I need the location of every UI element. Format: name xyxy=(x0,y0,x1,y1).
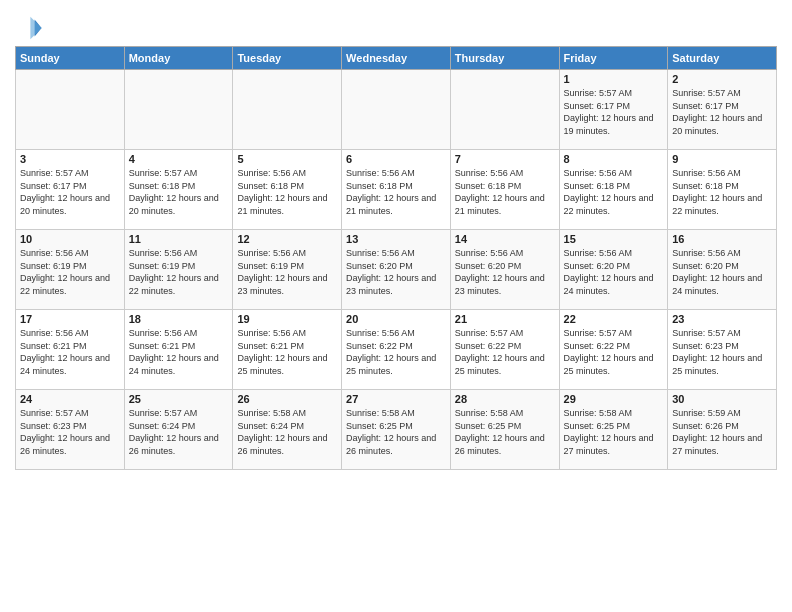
day-number: 5 xyxy=(237,153,337,165)
day-number: 11 xyxy=(129,233,229,245)
day-info: Sunrise: 5:57 AM Sunset: 6:18 PM Dayligh… xyxy=(129,167,229,217)
day-number: 17 xyxy=(20,313,120,325)
calendar-table: SundayMondayTuesdayWednesdayThursdayFrid… xyxy=(15,46,777,470)
day-info: Sunrise: 5:56 AM Sunset: 6:20 PM Dayligh… xyxy=(346,247,446,297)
calendar-week: 10Sunrise: 5:56 AM Sunset: 6:19 PM Dayli… xyxy=(16,230,777,310)
day-number: 10 xyxy=(20,233,120,245)
weekday-header: Thursday xyxy=(450,47,559,70)
calendar-cell: 27Sunrise: 5:58 AM Sunset: 6:25 PM Dayli… xyxy=(342,390,451,470)
calendar-cell: 25Sunrise: 5:57 AM Sunset: 6:24 PM Dayli… xyxy=(124,390,233,470)
calendar-cell: 19Sunrise: 5:56 AM Sunset: 6:21 PM Dayli… xyxy=(233,310,342,390)
calendar-cell: 11Sunrise: 5:56 AM Sunset: 6:19 PM Dayli… xyxy=(124,230,233,310)
day-info: Sunrise: 5:59 AM Sunset: 6:26 PM Dayligh… xyxy=(672,407,772,457)
day-number: 16 xyxy=(672,233,772,245)
calendar-body: 1Sunrise: 5:57 AM Sunset: 6:17 PM Daylig… xyxy=(16,70,777,470)
day-number: 3 xyxy=(20,153,120,165)
calendar-cell: 23Sunrise: 5:57 AM Sunset: 6:23 PM Dayli… xyxy=(668,310,777,390)
day-number: 12 xyxy=(237,233,337,245)
day-number: 25 xyxy=(129,393,229,405)
calendar-cell: 2Sunrise: 5:57 AM Sunset: 6:17 PM Daylig… xyxy=(668,70,777,150)
day-info: Sunrise: 5:57 AM Sunset: 6:22 PM Dayligh… xyxy=(455,327,555,377)
day-number: 6 xyxy=(346,153,446,165)
calendar-cell: 1Sunrise: 5:57 AM Sunset: 6:17 PM Daylig… xyxy=(559,70,668,150)
day-info: Sunrise: 5:57 AM Sunset: 6:24 PM Dayligh… xyxy=(129,407,229,457)
calendar-cell: 28Sunrise: 5:58 AM Sunset: 6:25 PM Dayli… xyxy=(450,390,559,470)
day-info: Sunrise: 5:56 AM Sunset: 6:18 PM Dayligh… xyxy=(672,167,772,217)
day-info: Sunrise: 5:57 AM Sunset: 6:23 PM Dayligh… xyxy=(20,407,120,457)
calendar-week: 24Sunrise: 5:57 AM Sunset: 6:23 PM Dayli… xyxy=(16,390,777,470)
day-info: Sunrise: 5:58 AM Sunset: 6:25 PM Dayligh… xyxy=(346,407,446,457)
svg-marker-1 xyxy=(30,17,41,39)
day-number: 8 xyxy=(564,153,664,165)
day-info: Sunrise: 5:58 AM Sunset: 6:25 PM Dayligh… xyxy=(455,407,555,457)
day-info: Sunrise: 5:57 AM Sunset: 6:23 PM Dayligh… xyxy=(672,327,772,377)
calendar-header: SundayMondayTuesdayWednesdayThursdayFrid… xyxy=(16,47,777,70)
day-number: 14 xyxy=(455,233,555,245)
day-info: Sunrise: 5:56 AM Sunset: 6:21 PM Dayligh… xyxy=(237,327,337,377)
day-number: 21 xyxy=(455,313,555,325)
calendar-cell: 30Sunrise: 5:59 AM Sunset: 6:26 PM Dayli… xyxy=(668,390,777,470)
day-number: 30 xyxy=(672,393,772,405)
calendar-cell: 6Sunrise: 5:56 AM Sunset: 6:18 PM Daylig… xyxy=(342,150,451,230)
calendar-cell: 12Sunrise: 5:56 AM Sunset: 6:19 PM Dayli… xyxy=(233,230,342,310)
day-number: 1 xyxy=(564,73,664,85)
calendar-cell: 15Sunrise: 5:56 AM Sunset: 6:20 PM Dayli… xyxy=(559,230,668,310)
day-number: 19 xyxy=(237,313,337,325)
calendar-cell: 3Sunrise: 5:57 AM Sunset: 6:17 PM Daylig… xyxy=(16,150,125,230)
day-number: 28 xyxy=(455,393,555,405)
weekday-header: Tuesday xyxy=(233,47,342,70)
day-info: Sunrise: 5:56 AM Sunset: 6:22 PM Dayligh… xyxy=(346,327,446,377)
weekday-header: Monday xyxy=(124,47,233,70)
calendar-cell: 29Sunrise: 5:58 AM Sunset: 6:25 PM Dayli… xyxy=(559,390,668,470)
page: SundayMondayTuesdayWednesdayThursdayFrid… xyxy=(0,0,792,480)
calendar-cell: 18Sunrise: 5:56 AM Sunset: 6:21 PM Dayli… xyxy=(124,310,233,390)
day-info: Sunrise: 5:58 AM Sunset: 6:24 PM Dayligh… xyxy=(237,407,337,457)
calendar-cell xyxy=(16,70,125,150)
day-number: 2 xyxy=(672,73,772,85)
day-number: 22 xyxy=(564,313,664,325)
day-info: Sunrise: 5:56 AM Sunset: 6:19 PM Dayligh… xyxy=(237,247,337,297)
day-info: Sunrise: 5:56 AM Sunset: 6:18 PM Dayligh… xyxy=(455,167,555,217)
day-number: 9 xyxy=(672,153,772,165)
calendar-cell: 24Sunrise: 5:57 AM Sunset: 6:23 PM Dayli… xyxy=(16,390,125,470)
day-info: Sunrise: 5:56 AM Sunset: 6:19 PM Dayligh… xyxy=(20,247,120,297)
day-number: 18 xyxy=(129,313,229,325)
day-info: Sunrise: 5:56 AM Sunset: 6:20 PM Dayligh… xyxy=(672,247,772,297)
calendar-cell: 20Sunrise: 5:56 AM Sunset: 6:22 PM Dayli… xyxy=(342,310,451,390)
day-number: 4 xyxy=(129,153,229,165)
calendar-cell xyxy=(450,70,559,150)
weekday-header: Friday xyxy=(559,47,668,70)
weekday-header: Saturday xyxy=(668,47,777,70)
weekday-header: Wednesday xyxy=(342,47,451,70)
calendar-cell: 4Sunrise: 5:57 AM Sunset: 6:18 PM Daylig… xyxy=(124,150,233,230)
day-number: 13 xyxy=(346,233,446,245)
day-number: 29 xyxy=(564,393,664,405)
day-info: Sunrise: 5:56 AM Sunset: 6:18 PM Dayligh… xyxy=(237,167,337,217)
day-info: Sunrise: 5:57 AM Sunset: 6:17 PM Dayligh… xyxy=(20,167,120,217)
day-number: 26 xyxy=(237,393,337,405)
calendar-cell: 16Sunrise: 5:56 AM Sunset: 6:20 PM Dayli… xyxy=(668,230,777,310)
day-number: 20 xyxy=(346,313,446,325)
day-info: Sunrise: 5:56 AM Sunset: 6:20 PM Dayligh… xyxy=(564,247,664,297)
day-number: 24 xyxy=(20,393,120,405)
calendar-cell: 21Sunrise: 5:57 AM Sunset: 6:22 PM Dayli… xyxy=(450,310,559,390)
calendar-cell: 17Sunrise: 5:56 AM Sunset: 6:21 PM Dayli… xyxy=(16,310,125,390)
header-row: SundayMondayTuesdayWednesdayThursdayFrid… xyxy=(16,47,777,70)
calendar-cell xyxy=(124,70,233,150)
day-number: 27 xyxy=(346,393,446,405)
calendar-cell: 9Sunrise: 5:56 AM Sunset: 6:18 PM Daylig… xyxy=(668,150,777,230)
day-info: Sunrise: 5:56 AM Sunset: 6:21 PM Dayligh… xyxy=(129,327,229,377)
day-number: 7 xyxy=(455,153,555,165)
day-info: Sunrise: 5:56 AM Sunset: 6:20 PM Dayligh… xyxy=(455,247,555,297)
calendar-cell xyxy=(342,70,451,150)
calendar-cell xyxy=(233,70,342,150)
day-number: 15 xyxy=(564,233,664,245)
day-info: Sunrise: 5:56 AM Sunset: 6:21 PM Dayligh… xyxy=(20,327,120,377)
calendar-cell: 8Sunrise: 5:56 AM Sunset: 6:18 PM Daylig… xyxy=(559,150,668,230)
calendar-week: 17Sunrise: 5:56 AM Sunset: 6:21 PM Dayli… xyxy=(16,310,777,390)
day-info: Sunrise: 5:58 AM Sunset: 6:25 PM Dayligh… xyxy=(564,407,664,457)
calendar-cell: 5Sunrise: 5:56 AM Sunset: 6:18 PM Daylig… xyxy=(233,150,342,230)
calendar-week: 3Sunrise: 5:57 AM Sunset: 6:17 PM Daylig… xyxy=(16,150,777,230)
header xyxy=(15,10,777,42)
calendar-week: 1Sunrise: 5:57 AM Sunset: 6:17 PM Daylig… xyxy=(16,70,777,150)
